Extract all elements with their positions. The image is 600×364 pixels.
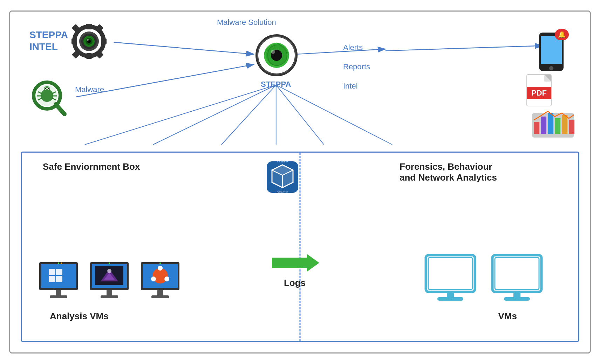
svg-rect-89 xyxy=(101,295,118,298)
steppa-label: STEPPA xyxy=(261,80,291,89)
svg-rect-107 xyxy=(495,258,539,289)
svg-line-7 xyxy=(221,85,276,145)
svg-rect-15 xyxy=(101,38,107,44)
svg-line-5 xyxy=(85,85,276,145)
intel-label: Intel xyxy=(343,82,358,91)
svg-line-3 xyxy=(296,49,386,54)
virtualbox-icon: ORACLE VirtualBox xyxy=(265,160,300,195)
svg-line-9 xyxy=(276,85,324,145)
kali-monitor xyxy=(87,260,132,302)
teal-monitor-2 xyxy=(491,253,543,302)
svg-point-80 xyxy=(58,262,59,264)
steppa-intel-label: STEPPA INTEL xyxy=(29,29,68,52)
bug-magnifier-icon xyxy=(29,76,68,118)
svg-rect-61 xyxy=(548,113,553,134)
safe-environment-box: Safe Enviornment Box Forensics, Behaviou… xyxy=(21,152,579,342)
svg-rect-106 xyxy=(492,255,541,292)
svg-point-50 xyxy=(549,66,553,70)
reports-label: Reports xyxy=(343,62,370,71)
svg-marker-101 xyxy=(272,254,319,272)
svg-point-95 xyxy=(164,276,169,281)
svg-point-32 xyxy=(45,88,46,89)
teal-monitor-1 xyxy=(424,253,477,302)
alerts-label: Alerts xyxy=(343,43,363,52)
svg-point-97 xyxy=(155,271,165,281)
svg-point-87 xyxy=(107,269,111,273)
svg-point-46 xyxy=(271,50,275,54)
svg-line-10 xyxy=(276,85,393,145)
svg-rect-99 xyxy=(151,295,169,298)
svg-point-100 xyxy=(159,262,161,264)
logs-arrow xyxy=(268,252,321,273)
svg-point-29 xyxy=(44,86,50,92)
svg-rect-74 xyxy=(49,269,55,275)
svg-rect-63 xyxy=(562,115,567,134)
svg-point-33 xyxy=(48,88,49,89)
svg-line-4 xyxy=(386,46,543,51)
top-section: STEPPA INTEL xyxy=(10,12,590,148)
analysis-vms-container xyxy=(36,260,183,302)
phone-notification-icon: 🔔 xyxy=(536,29,571,71)
svg-point-90 xyxy=(109,262,110,264)
chart-analytics-icon xyxy=(529,103,574,138)
svg-rect-49 xyxy=(541,36,562,64)
windows-monitor xyxy=(36,260,81,302)
main-container: STEPPA INTEL xyxy=(9,10,591,354)
svg-rect-16 xyxy=(71,38,77,44)
ubuntu-monitor xyxy=(137,260,183,302)
svg-rect-75 xyxy=(56,269,62,275)
svg-rect-77 xyxy=(56,276,62,282)
svg-text:🔔: 🔔 xyxy=(558,31,566,38)
svg-line-6 xyxy=(153,85,276,145)
svg-rect-60 xyxy=(541,117,546,134)
safe-env-label: Safe Enviornment Box xyxy=(43,161,140,172)
malware-solution-label: Malware Solution xyxy=(217,18,276,27)
svg-point-81 xyxy=(61,262,62,264)
svg-line-40 xyxy=(56,104,64,114)
svg-point-94 xyxy=(158,266,163,271)
svg-point-96 xyxy=(151,276,156,281)
svg-rect-14 xyxy=(86,53,92,59)
logs-section: Logs xyxy=(268,252,321,288)
svg-point-25 xyxy=(87,39,89,41)
svg-text:VirtualBox: VirtualBox xyxy=(277,160,288,163)
svg-rect-102 xyxy=(426,255,475,292)
forensics-label: Forensics, Behaviour and Network Analyti… xyxy=(400,161,557,183)
svg-rect-64 xyxy=(569,120,574,134)
steppa-eye-icon xyxy=(255,34,298,76)
analysis-vms-label: Analysis VMs xyxy=(50,311,109,322)
svg-rect-103 xyxy=(428,258,472,289)
svg-line-1 xyxy=(114,42,254,54)
svg-rect-105 xyxy=(437,297,463,301)
svg-text:ORACLE: ORACLE xyxy=(277,191,288,194)
malware-label: Malware xyxy=(75,85,104,94)
svg-rect-79 xyxy=(50,295,67,298)
svg-text:PDF: PDF xyxy=(531,89,547,97)
svg-rect-109 xyxy=(504,297,530,301)
gear-icon xyxy=(70,22,108,61)
svg-rect-59 xyxy=(534,122,539,134)
right-vms-container xyxy=(424,253,543,302)
svg-rect-13 xyxy=(86,24,92,29)
svg-rect-76 xyxy=(49,276,55,282)
svg-rect-62 xyxy=(555,118,560,134)
vms-label: VMs xyxy=(498,311,517,322)
logs-label: Logs xyxy=(268,278,321,288)
